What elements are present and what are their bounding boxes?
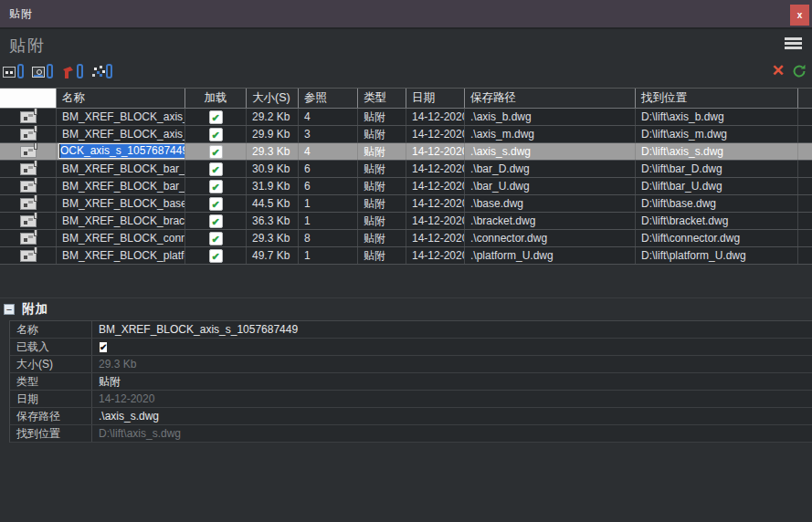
xref-found-path: D:\lift\axis_s.dwg — [636, 143, 798, 160]
header-load[interactable]: 加载 — [185, 89, 247, 108]
detail-label-size: 大小(S) — [10, 356, 92, 372]
name-edit-input[interactable]: OCK_axis_s_1057687449 — [58, 143, 185, 159]
attach-dwg-icon[interactable] — [3, 64, 24, 80]
xref-type: 贴附 — [358, 109, 406, 125]
xref-size: 29.9 Kb — [247, 126, 299, 142]
xref-name[interactable]: BM_XREF_BLOCK_platfor — [57, 247, 185, 264]
detail-section-header: − 附加 — [0, 298, 812, 320]
table-row[interactable]: BM_XREF_BLOCK_bar_U_ ✔ 31.9 Kb 6 贴附 14-1… — [0, 178, 812, 195]
refresh-icon[interactable] — [792, 64, 807, 78]
xref-refs: 6 — [299, 161, 358, 177]
xref-name-editing[interactable]: OCK_axis_s_1057687449 — [57, 143, 185, 160]
xref-found-path: D:\lift\axis_m.dwg — [636, 126, 798, 142]
table-row[interactable]: BM_XREF_BLOCK_axis_b_ ✔ 29.2 Kb 4 贴附 14-… — [0, 109, 812, 126]
xref-size: 31.9 Kb — [247, 178, 299, 194]
header-date[interactable]: 日期 — [406, 89, 465, 108]
loaded-checkbox[interactable]: ✔ — [209, 145, 223, 159]
loaded-checkbox[interactable]: ✔ — [209, 110, 223, 124]
detail-grid: 名称 BM_XREF_BLOCK_axis_s_1057687449 已载入 ✔… — [9, 320, 812, 443]
xref-size: 29.3 Kb — [247, 230, 299, 246]
loaded-checkbox[interactable]: ✔ — [209, 197, 223, 211]
loaded-checkbox[interactable]: ✔ — [209, 232, 223, 245]
loaded-checkbox[interactable]: ✔ — [209, 214, 223, 228]
detail-value-size: 29.3 Kb — [92, 356, 812, 372]
detail-pane: − 附加 名称 BM_XREF_BLOCK_axis_s_1057687449 … — [0, 298, 812, 443]
attach-pdf-icon[interactable] — [62, 64, 83, 80]
xref-name[interactable]: BM_XREF_BLOCK_bar_D_ — [57, 161, 185, 177]
xref-dwg-icon — [20, 111, 37, 123]
table-row[interactable]: BM_XREF_BLOCK_base_3 ✔ 44.5 Kb 1 贴附 14-1… — [0, 195, 812, 213]
xref-size: 29.2 Kb — [247, 109, 299, 125]
xref-dwg-icon — [20, 233, 37, 245]
attach-image-icon[interactable] — [32, 64, 53, 80]
detail-row-type: 类型 贴附 — [10, 373, 812, 391]
detail-label-name: 名称 — [10, 321, 92, 338]
xref-date: 14-12-2020 — [406, 109, 465, 125]
palette-header: 贴附 — [0, 31, 812, 57]
table-row[interactable]: BM_XREF_BLOCK_conne ✔ 29.3 Kb 8 贴附 14-12… — [0, 230, 812, 247]
xref-type: 贴附 — [358, 247, 406, 264]
xref-palette: 贴附 x 贴附 ✕ 名称 加载 大小(S) — [0, 0, 812, 522]
attach-pointcloud-icon[interactable] — [91, 64, 112, 80]
menu-icon[interactable] — [785, 37, 802, 49]
xref-date: 14-12-2020 — [406, 143, 465, 160]
xref-name[interactable]: BM_XREF_BLOCK_axis_m — [57, 126, 185, 142]
xref-found-path: D:\lift\bracket.dwg — [636, 213, 798, 229]
xref-type: 贴附 — [358, 195, 406, 212]
header-size[interactable]: 大小(S) — [247, 89, 299, 108]
detail-value-saved-path[interactable]: .\axis_s.dwg — [92, 408, 812, 424]
detail-value-found-at: D:\lift\axis_s.dwg — [92, 425, 812, 442]
table-row[interactable]: BM_XREF_BLOCK_platfor ✔ 49.7 Kb 1 贴附 14-… — [0, 247, 812, 265]
xref-saved-path: .\bar_D.dwg — [465, 161, 636, 177]
xref-dwg-icon — [20, 215, 37, 227]
detail-row-found-at: 找到位置 D:\lift\axis_s.dwg — [10, 425, 812, 443]
xref-saved-path: .\platform_U.dwg — [465, 247, 636, 264]
xref-date: 14-12-2020 — [406, 230, 465, 246]
xref-name[interactable]: BM_XREF_BLOCK_base_3 — [57, 195, 185, 212]
xref-name[interactable]: BM_XREF_BLOCK_bracke — [57, 213, 185, 229]
xref-date: 14-12-2020 — [406, 213, 465, 229]
detail-row-name: 名称 BM_XREF_BLOCK_axis_s_1057687449 — [10, 321, 812, 339]
table-row[interactable]: BM_XREF_BLOCK_axis_m ✔ 29.9 Kb 3 贴附 14-1… — [0, 126, 812, 143]
loaded-checkbox[interactable]: ✔ — [209, 128, 223, 141]
loaded-detail-checkbox[interactable]: ✔ — [99, 341, 108, 353]
xref-name[interactable]: BM_XREF_BLOCK_bar_U_ — [57, 178, 185, 194]
xref-type: 贴附 — [358, 230, 406, 246]
table-row[interactable]: BM_XREF_BLOCK_bar_D_ ✔ 30.9 Kb 6 贴附 14-1… — [0, 161, 812, 178]
xref-saved-path: .\bar_U.dwg — [465, 178, 636, 194]
xref-dwg-icon — [20, 129, 37, 141]
loaded-checkbox[interactable]: ✔ — [209, 162, 223, 176]
table-row-selected[interactable]: OCK_axis_s_1057687449 ✔ 29.3 Kb 4 贴附 14-… — [0, 143, 812, 161]
header-saved-path[interactable]: 保存路径 — [465, 89, 636, 108]
table-row[interactable]: BM_XREF_BLOCK_bracke ✔ 36.3 Kb 1 贴附 14-1… — [0, 213, 812, 230]
header-icon-col — [0, 89, 57, 108]
header-found-at[interactable]: 找到位置 — [636, 89, 798, 108]
header-name[interactable]: 名称 — [57, 89, 185, 108]
xref-type: 贴附 — [358, 143, 406, 160]
xref-size: 36.3 Kb — [247, 213, 299, 229]
table-header-row: 名称 加载 大小(S) 参照 类型 日期 保存路径 找到位置 — [0, 89, 812, 109]
xref-type: 贴附 — [358, 126, 406, 142]
xref-found-path: D:\lift\bar_U.dwg — [636, 178, 798, 194]
detail-value-type: 贴附 — [92, 373, 812, 390]
header-type[interactable]: 类型 — [358, 89, 406, 108]
detach-icon[interactable]: ✕ — [772, 63, 785, 79]
xref-date: 14-12-2020 — [406, 126, 465, 142]
detail-section-title: 附加 — [22, 301, 48, 318]
pdf-glyph — [62, 66, 75, 79]
xref-saved-path: .\axis_s.dwg — [465, 143, 636, 160]
xref-dwg-icon — [20, 146, 37, 158]
xref-name[interactable]: BM_XREF_BLOCK_axis_b_ — [57, 109, 185, 125]
close-button[interactable]: x — [790, 5, 809, 26]
xref-refs: 3 — [299, 126, 358, 142]
xref-refs: 1 — [299, 213, 358, 229]
header-refs[interactable]: 参照 — [299, 89, 358, 108]
loaded-checkbox[interactable]: ✔ — [209, 249, 223, 263]
xref-dwg-icon — [20, 163, 37, 175]
xref-found-path: D:\lift\base.dwg — [636, 195, 798, 212]
detail-value-name[interactable]: BM_XREF_BLOCK_axis_s_1057687449 — [92, 321, 812, 338]
window-title: 贴附 — [0, 6, 33, 22]
collapse-icon[interactable]: − — [4, 304, 15, 315]
xref-name[interactable]: BM_XREF_BLOCK_conne — [57, 230, 185, 246]
loaded-checkbox[interactable]: ✔ — [209, 180, 223, 193]
